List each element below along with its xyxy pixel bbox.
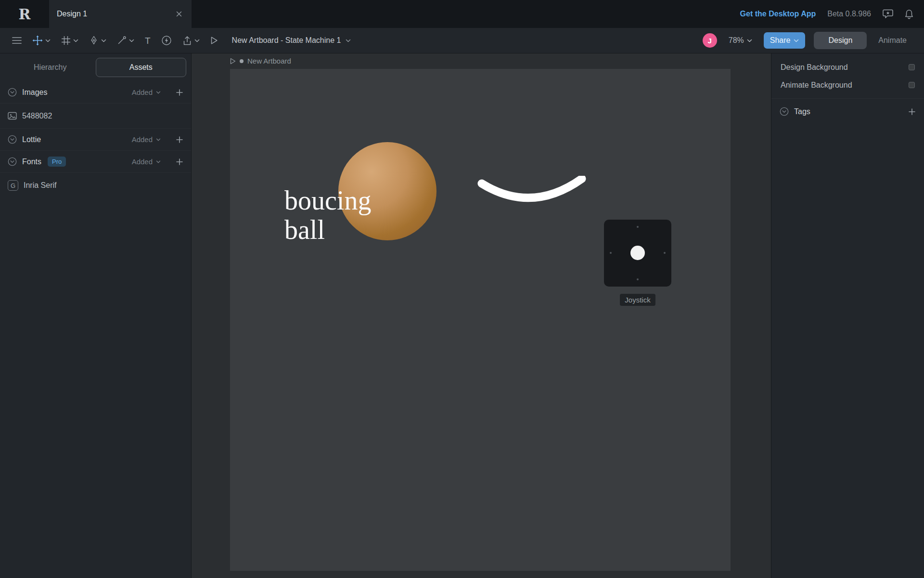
design-background-row: Design Background — [771, 58, 924, 76]
feedback-icon[interactable] — [883, 9, 893, 19]
joystick-label: Joystick — [620, 294, 655, 306]
design-background-label: Design Background — [781, 63, 848, 72]
artboard-play-icon[interactable] — [230, 58, 236, 65]
chevron-down-icon — [194, 39, 200, 42]
tool-group: T New Artboard - State Machine 1 — [7, 28, 354, 53]
beta-version-label: Beta 0.8.986 — [827, 10, 871, 18]
tags-label: Tags — [794, 107, 810, 116]
artboard-tool-button[interactable] — [56, 28, 84, 53]
events-tool-button[interactable] — [156, 28, 177, 53]
lightning-circle-icon — [161, 35, 172, 46]
lottie-filter-value: Added — [132, 135, 153, 144]
chevron-down-icon — [747, 39, 752, 42]
stage[interactable]: New Artboard boucing ball Joystick — [192, 53, 771, 578]
rive-logo[interactable]: R — [0, 0, 49, 28]
chevron-down-icon — [156, 160, 161, 163]
asset-item-image[interactable]: 5488082 — [0, 104, 191, 129]
move-tool-icon — [32, 35, 43, 46]
chevron-down-icon — [45, 39, 51, 42]
artboard-dot-icon — [240, 59, 244, 63]
asset-item-image-name: 5488082 — [22, 112, 52, 120]
text-tool-button[interactable]: T — [140, 28, 156, 53]
section-fonts: Fonts Pro Added — [0, 151, 191, 173]
animate-background-row: Animate Background — [771, 76, 924, 94]
joystick-knob[interactable] — [630, 246, 645, 260]
share-button-label: Share — [770, 36, 791, 45]
artboard-frame-icon — [61, 36, 71, 45]
close-icon[interactable] — [174, 9, 184, 19]
fonts-filter-dropdown[interactable]: Added — [129, 157, 164, 166]
export-share-icon — [182, 36, 192, 46]
plus-icon — [176, 136, 183, 144]
tab-assets[interactable]: Assets — [96, 58, 187, 77]
joystick-label-wrap: Joystick — [604, 294, 671, 306]
add-image-button[interactable] — [176, 89, 183, 96]
animate-background-swatch[interactable] — [909, 82, 915, 88]
tab-hierarchy[interactable]: Hierarchy — [5, 58, 96, 77]
transform-tool-button[interactable] — [27, 28, 56, 53]
chevron-down-icon — [346, 39, 351, 42]
artboard-state-machine-selector[interactable]: New Artboard - State Machine 1 — [229, 36, 354, 45]
pen-tool-button[interactable] — [84, 28, 112, 53]
artboard-selector-label: New Artboard - State Machine 1 — [232, 36, 341, 45]
plus-icon — [176, 158, 183, 166]
chevron-down-icon — [156, 138, 161, 141]
section-images: Images Added — [0, 81, 191, 104]
artboard-header[interactable]: New Artboard — [230, 57, 291, 65]
asset-item-font[interactable]: G Inria Serif — [0, 173, 191, 198]
joystick-dot-bottom — [637, 278, 639, 280]
collapse-chevron-icon[interactable] — [8, 88, 17, 97]
canvas-text-line2: ball — [284, 215, 371, 245]
plus-icon — [176, 89, 183, 96]
lottie-filter-dropdown[interactable]: Added — [129, 135, 164, 144]
section-lottie: Lottie Added — [0, 129, 191, 151]
document-tab[interactable]: Design 1 — [49, 0, 192, 28]
chevron-down-icon — [129, 39, 134, 42]
canvas-text-element[interactable]: boucing ball — [284, 186, 371, 245]
section-fonts-label: Fonts — [22, 158, 41, 166]
play-button[interactable] — [205, 28, 223, 53]
mode-switch: Design Animate — [814, 32, 917, 49]
export-button[interactable] — [177, 28, 205, 53]
shapes-tool-button[interactable] — [112, 28, 140, 53]
images-filter-value: Added — [132, 88, 153, 96]
right-inspector: Design Background Animate Background Tag… — [771, 53, 924, 578]
collapse-chevron-icon[interactable] — [780, 107, 789, 116]
zoom-control[interactable]: 78% — [726, 36, 755, 45]
collapse-chevron-icon[interactable] — [8, 135, 17, 144]
joystick-control[interactable] — [604, 220, 671, 287]
artboard[interactable]: boucing ball Joystick — [230, 69, 731, 571]
sidebar-tabs: Hierarchy Assets — [0, 53, 191, 81]
canvas-text-line1: boucing — [284, 186, 371, 215]
images-filter-dropdown[interactable]: Added — [129, 88, 164, 97]
notifications-bell-icon[interactable] — [905, 9, 913, 19]
joystick-dot-left — [610, 252, 612, 254]
share-button[interactable]: Share — [764, 32, 806, 49]
line-shape-icon — [117, 36, 127, 45]
chevron-down-icon — [156, 91, 161, 94]
chevron-down-icon — [73, 39, 78, 42]
mode-design-button[interactable]: Design — [814, 32, 867, 49]
design-background-swatch[interactable] — [909, 64, 915, 70]
zoom-level: 78% — [729, 36, 744, 45]
add-tag-button[interactable] — [908, 108, 916, 116]
user-avatar[interactable]: J — [703, 33, 717, 48]
get-desktop-app-link[interactable]: Get the Desktop App — [740, 10, 816, 18]
mode-animate-button[interactable]: Animate — [868, 32, 917, 49]
collapse-chevron-icon[interactable] — [8, 157, 17, 166]
add-font-button[interactable] — [176, 158, 183, 166]
artboard-name-label[interactable]: New Artboard — [247, 57, 291, 65]
menu-button[interactable] — [7, 28, 27, 53]
play-icon — [210, 36, 218, 45]
text-tool-icon: T — [145, 36, 151, 45]
topbar-right: Get the Desktop App Beta 0.8.986 — [740, 0, 924, 28]
toolbar-right: J 78% Share Design Animate — [703, 32, 917, 49]
joystick-dot-right — [664, 252, 666, 254]
pro-badge: Pro — [48, 157, 66, 167]
curved-stroke-shape[interactable] — [477, 176, 586, 214]
section-lottie-label: Lottie — [22, 135, 41, 144]
add-lottie-button[interactable] — [176, 136, 183, 144]
chevron-down-icon — [794, 39, 799, 42]
left-sidebar: Hierarchy Assets Images Added — [0, 53, 192, 578]
chevron-down-icon — [101, 39, 106, 42]
